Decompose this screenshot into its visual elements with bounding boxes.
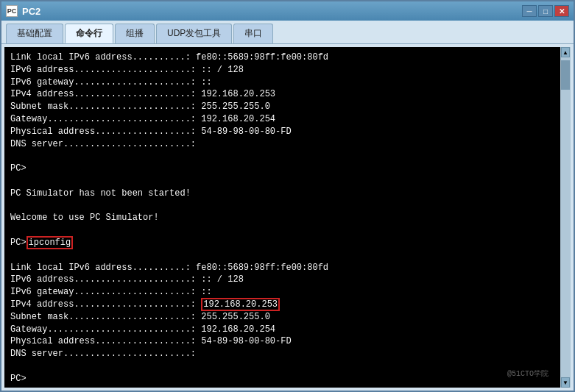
scrollbar-up-arrow[interactable]: ▲	[561, 47, 570, 57]
terminal[interactable]: Link local IPv6 address..........: fe80:…	[4, 47, 560, 388]
tab-bar: 基础配置 命令行 组播 UDP发包工具 串口	[1, 21, 574, 44]
maximize-button[interactable]: □	[538, 5, 553, 17]
minimize-button[interactable]: ─	[522, 5, 537, 17]
terminal-text: Link local IPv6 address..........: fe80:…	[10, 51, 554, 385]
scrollbar[interactable]: ▲ ▼	[560, 47, 571, 388]
window-icon: PC	[6, 5, 18, 17]
tab-udp-tool[interactable]: UDP发包工具	[156, 24, 232, 43]
tab-serial[interactable]: 串口	[233, 24, 273, 43]
terminal-content: Link local IPv6 address..........: fe80:…	[10, 51, 554, 385]
terminal-wrapper: Link local IPv6 address..........: fe80:…	[1, 44, 574, 391]
tab-multicast[interactable]: 组播	[115, 24, 155, 43]
tab-command-line[interactable]: 命令行	[65, 24, 113, 43]
tab-basic-config[interactable]: 基础配置	[6, 24, 63, 43]
title-bar-left: PC PC2	[6, 5, 40, 17]
main-window: PC PC2 ─ □ ✕ 基础配置 命令行 组播 UDP发包工具 串口 Link…	[0, 0, 575, 392]
close-button[interactable]: ✕	[554, 5, 569, 17]
title-bar: PC PC2 ─ □ ✕	[1, 1, 574, 21]
window-title: PC2	[22, 6, 40, 17]
scrollbar-thumb[interactable]	[561, 60, 570, 90]
title-buttons: ─ □ ✕	[522, 5, 569, 17]
scrollbar-down-arrow[interactable]: ▼	[561, 377, 570, 388]
